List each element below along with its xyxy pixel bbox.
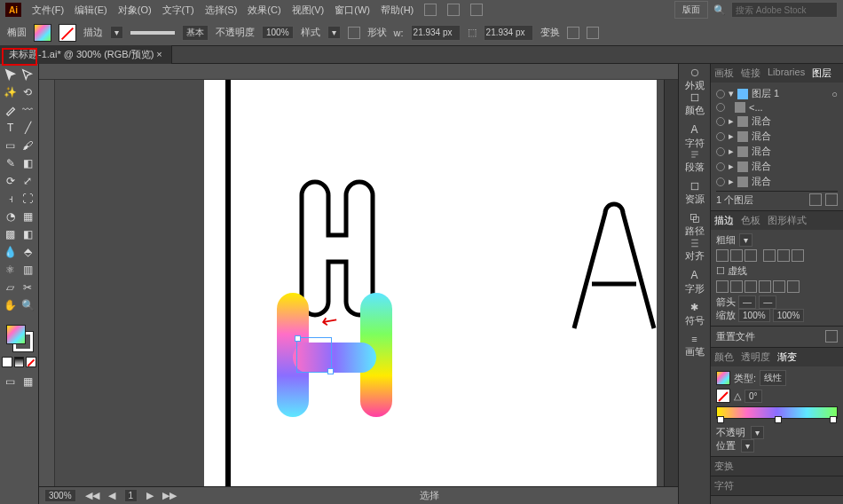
- gradient-tool[interactable]: ◧: [20, 225, 37, 243]
- ruler-horizontal[interactable]: [39, 64, 678, 80]
- gradient-stop[interactable]: [717, 416, 724, 423]
- menu-icon-3[interactable]: [470, 4, 483, 16]
- join-round[interactable]: [777, 249, 790, 262]
- scale-tool[interactable]: ⤢: [20, 172, 37, 190]
- artboard-nav-fwd[interactable]: ▶: [146, 490, 154, 501]
- artboard-tool[interactable]: ▱: [2, 279, 20, 296]
- gradient-angle[interactable]: 0°: [745, 390, 762, 403]
- gradient-slider[interactable]: [716, 406, 838, 419]
- menu-select[interactable]: 选择(S): [205, 4, 238, 17]
- new-layer-icon[interactable]: [809, 193, 822, 206]
- rectangle-tool[interactable]: ▭: [2, 137, 20, 154]
- join-miter[interactable]: [763, 249, 776, 262]
- symbol-sprayer-tool[interactable]: ⚛: [2, 261, 20, 279]
- line-tool[interactable]: ╱: [20, 119, 37, 137]
- stroke-weight-dd[interactable]: ▾: [110, 26, 123, 39]
- panel-menu-icon[interactable]: [825, 330, 838, 343]
- mesh-tool[interactable]: ▩: [2, 225, 20, 243]
- strip-appearance[interactable]: 外观: [679, 67, 710, 92]
- dashed-label[interactable]: 虚线: [728, 265, 747, 276]
- column-graph-tool[interactable]: ▥: [20, 261, 37, 279]
- visibility-icon[interactable]: [716, 117, 725, 126]
- letter-a-outline[interactable]: [561, 195, 658, 337]
- menu-help[interactable]: 帮助(H): [381, 4, 414, 17]
- artboard-nav-num[interactable]: 1: [124, 489, 138, 502]
- brush-preview[interactable]: [130, 31, 175, 35]
- layer-row[interactable]: ▸混合: [716, 129, 838, 144]
- join-bevel[interactable]: [792, 249, 804, 262]
- menu-type[interactable]: 文字(T): [162, 4, 194, 17]
- tab-character[interactable]: 字符: [714, 479, 734, 492]
- width-tool[interactable]: ⫞: [2, 190, 20, 208]
- reset-files[interactable]: 重置文件: [716, 330, 755, 343]
- fill-color[interactable]: [6, 325, 26, 344]
- menu-icon-2[interactable]: [447, 4, 460, 16]
- free-transform-tool[interactable]: ⛶: [20, 190, 37, 208]
- tab-gradient[interactable]: 渐变: [777, 350, 797, 364]
- cap-round[interactable]: [730, 249, 743, 262]
- width-input[interactable]: [411, 25, 461, 41]
- gradient-preview[interactable]: [716, 371, 730, 385]
- strip-character[interactable]: A字符: [679, 124, 710, 149]
- visibility-icon[interactable]: [716, 162, 725, 171]
- slice-tool[interactable]: ✂: [20, 279, 37, 296]
- perspective-tool[interactable]: ▦: [20, 208, 37, 225]
- search-input[interactable]: [731, 2, 838, 18]
- color-mode-gradient[interactable]: [14, 357, 25, 367]
- strip-align[interactable]: 对齐: [679, 238, 710, 263]
- layer-row[interactable]: ▸混合: [716, 114, 838, 129]
- type-tool[interactable]: T: [2, 119, 20, 137]
- cap-square[interactable]: [745, 249, 757, 262]
- ruler-vertical[interactable]: [39, 80, 55, 486]
- scrollbar-vertical[interactable]: [664, 80, 678, 486]
- color-mode-none[interactable]: [26, 357, 36, 367]
- strip-color[interactable]: 颜色: [679, 92, 710, 117]
- tab-transform[interactable]: 变换: [714, 460, 734, 473]
- screen-mode-normal[interactable]: ▭: [2, 373, 20, 390]
- layer-row[interactable]: ▸混合: [716, 159, 838, 174]
- tab-swatches[interactable]: 色板: [741, 214, 760, 227]
- document-tab[interactable]: 未标题-1.ai* @ 300% (RGB/预览) ×: [0, 45, 172, 64]
- menu-object[interactable]: 对象(O): [118, 4, 152, 17]
- zoom-tool[interactable]: 🔍: [20, 296, 37, 314]
- pen-tool[interactable]: [2, 101, 20, 119]
- gradient-stroke-sw[interactable]: [716, 389, 730, 403]
- fill-stroke-indicator[interactable]: [6, 325, 33, 351]
- artboard-nav-prev[interactable]: ◀◀: [85, 490, 99, 501]
- visibility-icon[interactable]: [716, 147, 725, 156]
- brush-profile[interactable]: 基本: [182, 25, 209, 41]
- strip-symbols[interactable]: ✱符号: [679, 302, 710, 327]
- paintbrush-tool[interactable]: 🖌: [20, 137, 37, 154]
- tab-stroke[interactable]: 描边: [714, 214, 734, 227]
- extra-1[interactable]: [567, 27, 579, 39]
- search-icon[interactable]: 🔍: [713, 4, 726, 16]
- delete-layer-icon[interactable]: [825, 193, 838, 206]
- zoom-level[interactable]: 300%: [44, 489, 76, 502]
- menu-icon-1[interactable]: [424, 4, 437, 16]
- visibility-icon[interactable]: [716, 90, 725, 98]
- eraser-tool[interactable]: ◧: [20, 154, 37, 172]
- canvas[interactable]: ↙: [55, 80, 664, 486]
- layer-row[interactable]: ▾图层 1○: [716, 86, 838, 101]
- tab-artboards[interactable]: 画板: [714, 67, 734, 80]
- shape-builder-tool[interactable]: ◔: [2, 208, 20, 225]
- menu-edit[interactable]: 编辑(E): [75, 4, 107, 17]
- tab-links[interactable]: 链接: [741, 67, 760, 80]
- layer-row[interactable]: ▸混合: [716, 144, 838, 159]
- stroke-swatch[interactable]: [59, 24, 76, 42]
- link-wh-icon[interactable]: ⬚: [468, 27, 477, 38]
- visibility-icon[interactable]: [716, 177, 725, 186]
- stroke-weight-input[interactable]: ▾: [739, 233, 752, 247]
- cap-butt[interactable]: [716, 249, 729, 262]
- strip-glyphs[interactable]: A字形: [679, 270, 710, 295]
- selection-tool[interactable]: [2, 66, 20, 83]
- tab-transparency[interactable]: 透明度: [741, 350, 770, 364]
- gradient-stop[interactable]: [775, 416, 782, 423]
- blend-tool[interactable]: ⬘: [20, 243, 37, 261]
- menu-file[interactable]: 文件(F): [32, 4, 64, 17]
- curvature-tool[interactable]: 〰: [20, 101, 37, 119]
- align-icon[interactable]: [348, 27, 360, 39]
- color-mode-solid[interactable]: [2, 357, 12, 367]
- menu-view[interactable]: 视图(V): [292, 4, 325, 17]
- layer-row[interactable]: ▸混合: [716, 174, 838, 189]
